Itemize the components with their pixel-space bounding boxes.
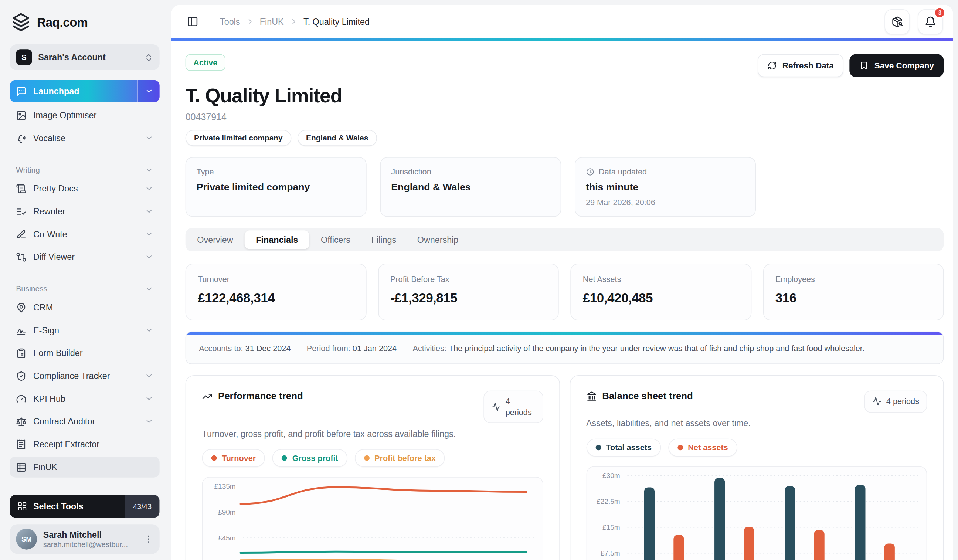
performance-plot: £135m£90m£45m£0m: [202, 477, 543, 560]
sidebar-item-label: Vocalise: [33, 133, 138, 143]
sidebar-item-label: Launchpad: [33, 86, 79, 96]
save-company-button[interactable]: Save Company: [850, 54, 944, 77]
user-meta: Sarah Mitchell sarah.mitchell@westbur...: [43, 530, 138, 549]
tab-financials[interactable]: Financials: [245, 230, 309, 249]
sidebar-items: Image OptimiserVocaliseWritingPretty Doc…: [10, 105, 160, 477]
kpi-card-employees: Employees316: [763, 263, 944, 320]
select-tools-main[interactable]: Select Tools: [10, 495, 125, 518]
company-type-chip: Private limited company: [186, 130, 291, 146]
gauge-icon: [16, 393, 26, 404]
chevron-down-icon: [145, 371, 153, 380]
kpi-value: -£1,329,815: [390, 291, 547, 306]
sidebar-item-co-write[interactable]: Co-Write: [10, 224, 160, 245]
legend-item-turnover[interactable]: Turnover: [202, 449, 265, 467]
accounts-summary-strip: Accounts to: 31 Dec 2024Period from: 01 …: [186, 332, 944, 364]
tab-ownership[interactable]: Ownership: [408, 230, 468, 249]
landmark-icon: [586, 391, 596, 401]
svg-text:£45m: £45m: [218, 534, 236, 542]
chevron-down-icon: [145, 252, 153, 261]
breadcrumb-item-tools[interactable]: Tools: [220, 17, 240, 27]
sidebar-item-compliance-tracker[interactable]: Compliance Tracker: [10, 365, 160, 386]
balance-chart-subtitle: Assets, liabilities, and net assets over…: [586, 417, 845, 430]
legend-item-profit-before-tax[interactable]: Profit before tax: [355, 449, 445, 467]
package-search-button[interactable]: [885, 9, 910, 34]
sidebar-item-label: Rewriter: [33, 206, 138, 216]
chevron-down-icon: [144, 87, 153, 95]
sidebar-item-finuk[interactable]: FinUK: [10, 457, 160, 478]
legend-item-net-assets[interactable]: Net assets: [668, 438, 738, 456]
user-card[interactable]: SM Sarah Mitchell sarah.mitchell@westbur…: [10, 524, 160, 554]
info-card-label: Type: [197, 167, 355, 176]
accounts-strip-item: Activities: The principal activity of th…: [412, 344, 864, 353]
sidebar-section-writing[interactable]: Writing: [10, 162, 160, 178]
accounts-strip-value: 01 Jan 2024: [353, 344, 397, 353]
sidebar-item-label: Receipt Extractor: [33, 439, 153, 449]
kpi-value: £122,468,314: [198, 291, 354, 306]
sidebar-section-business[interactable]: Business: [10, 281, 160, 297]
user-email: sarah.mitchell@westbur...: [43, 540, 138, 549]
user-name: Sarah Mitchell: [43, 530, 138, 540]
legend-label: Net assets: [688, 443, 728, 452]
pen-line-icon: [16, 229, 26, 239]
kpi-card-net-assets: Net Assets£10,420,485: [570, 263, 751, 320]
git-compare-icon: [16, 252, 26, 262]
notifications-button[interactable]: 3: [918, 9, 943, 34]
select-tools-button[interactable]: Select Tools 43/43: [10, 495, 160, 518]
sidebar-item-receipt-extractor[interactable]: Receipt Extractor: [10, 433, 160, 455]
page-content: Active Refresh Data Save Company T. Qual…: [171, 41, 953, 560]
legend-label: Gross profit: [292, 454, 338, 463]
image-icon: [16, 110, 26, 121]
sidebar-item-pretty-docs[interactable]: Pretty Docs: [10, 178, 160, 199]
sidebar-item-label: Pretty Docs: [33, 184, 138, 194]
topbar-actions: 3: [885, 9, 943, 34]
accounts-summary-row: Accounts to: 31 Dec 2024Period from: 01 …: [199, 344, 930, 353]
sidebar: Raq.com S Sarah's Account Launchpad Imag…: [0, 0, 169, 560]
sidebar-item-diff-viewer[interactable]: Diff Viewer: [10, 247, 160, 268]
launchpad-expand-button[interactable]: [138, 80, 160, 102]
speech-icon: [16, 133, 26, 143]
sidebar-item-label: Co-Write: [33, 229, 138, 239]
sidebar-item-rewriter[interactable]: Rewriter: [10, 201, 160, 222]
ellipsis-vertical-icon[interactable]: [143, 534, 153, 544]
info-card-data-updated: Data updatedthis minute29 Mar 2026, 20:0…: [575, 157, 756, 217]
message-square-icon: [16, 86, 26, 97]
breadcrumb-item-finuk[interactable]: FinUK: [260, 17, 284, 27]
svg-text:£22.5m: £22.5m: [596, 498, 620, 505]
kpi-value: £10,420,485: [583, 291, 739, 306]
sidebar-item-kpi-hub[interactable]: KPI Hub: [10, 388, 160, 409]
account-switcher[interactable]: S Sarah's Account: [10, 44, 160, 70]
tab-filings[interactable]: Filings: [362, 230, 406, 249]
sidebar-item-launchpad[interactable]: Launchpad: [10, 80, 160, 102]
tab-overview[interactable]: Overview: [188, 230, 242, 249]
refresh-data-button[interactable]: Refresh Data: [758, 54, 844, 77]
kpi-label: Employees: [776, 274, 932, 284]
sidebar-toggle-button[interactable]: [184, 12, 202, 31]
sidebar-item-label: Contract Auditor: [33, 417, 138, 427]
sidebar-item-image-optimiser[interactable]: Image Optimiser: [10, 105, 160, 126]
legend-item-total-assets[interactable]: Total assets: [586, 438, 661, 456]
svg-text:£15m: £15m: [602, 524, 620, 531]
chevrons-up-down-icon: [144, 53, 153, 62]
balance-plot: £30m£22.5m£15m£7.5m: [586, 466, 927, 560]
sidebar-item-vocalise[interactable]: Vocalise: [10, 127, 160, 149]
status-badge: Active: [186, 54, 225, 71]
info-card-jurisdiction: JurisdictionEngland & Wales: [380, 157, 561, 217]
bar-net-assets-period-3: [814, 530, 824, 560]
sidebar-item-contract-auditor[interactable]: Contract Auditor: [10, 411, 160, 432]
accounts-strip-label: Period from:: [307, 344, 353, 353]
launchpad-main[interactable]: Launchpad: [10, 80, 138, 102]
info-card-subvalue: 29 Mar 2026, 20:06: [586, 198, 745, 207]
package-search-icon: [891, 16, 903, 28]
sidebar-item-crm[interactable]: CRM: [10, 297, 160, 318]
brand-logo-icon: [11, 12, 31, 32]
sidebar-item-form-builder[interactable]: Form Builder: [10, 343, 160, 364]
performance-chart-subtitle: Turnover, gross profit, and profit befor…: [202, 428, 461, 440]
activity-icon: [491, 402, 500, 411]
tab-officers[interactable]: Officers: [312, 230, 360, 249]
legend-item-gross-profit[interactable]: Gross profit: [273, 449, 347, 467]
performance-chart-title: Performance trend: [218, 391, 303, 402]
bar-net-assets-period-1: [673, 535, 684, 560]
svg-text:£30m: £30m: [602, 472, 620, 479]
info-card-value: England & Wales: [391, 182, 550, 193]
sidebar-item-e-sign[interactable]: E-Sign: [10, 320, 160, 341]
